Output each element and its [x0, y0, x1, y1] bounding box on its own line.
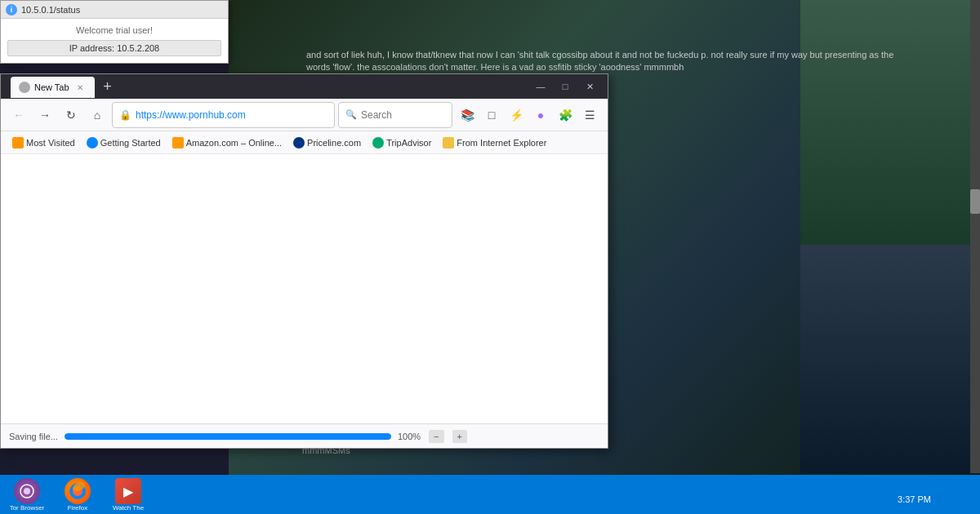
search-bar[interactable]: 🔍: [338, 102, 452, 128]
menu-button[interactable]: ☰: [578, 104, 601, 126]
bg-panel-bottom-right: [800, 245, 980, 473]
bookmark-icon-getting-started: [87, 137, 98, 148]
download-bar: Saving file... 100% − +: [1, 423, 608, 448]
bookmark-label: Priceline.com: [307, 138, 361, 148]
ip-value: 10.5.2.208: [117, 43, 159, 53]
bookmark-label: From Internet Explorer: [457, 138, 546, 148]
clock: 3:37 PM: [898, 494, 931, 504]
firefox-svg: [65, 478, 91, 504]
status-titlebar: i 10.5.0.1/status: [1, 1, 228, 19]
bookmark-icon-most-visited: [12, 137, 24, 148]
firefox-titlebar: New Tab ✕ + — □ ✕: [1, 74, 608, 99]
zoom-minus-button[interactable]: −: [429, 430, 443, 443]
bookmark-label: Most Visited: [26, 138, 75, 148]
library-button[interactable]: 📚: [456, 104, 479, 126]
firefox-tab-area: New Tab ✕ +: [7, 75, 526, 98]
status-window: i 10.5.0.1/status Welcome trial user! IP…: [0, 0, 229, 64]
taskbar-item-firefox[interactable]: Firefox: [54, 476, 101, 512]
ip-row: IP address: 10.5.2.208: [7, 40, 221, 56]
right-scrollbar[interactable]: [970, 0, 980, 473]
tab-favicon: [19, 82, 30, 93]
tor-browser-label: Tor Browser: [10, 505, 45, 511]
firefox-icon-shape: [65, 478, 91, 504]
toolbar-actions: 📚 □ ⚡ ● 🧩 ☰: [456, 104, 601, 126]
minimize-button[interactable]: —: [529, 78, 552, 95]
titlebar-controls: — □ ✕: [529, 78, 601, 95]
bookmark-label: TripAdvisor: [386, 138, 431, 148]
bookmark-priceline[interactable]: Priceline.com: [288, 135, 366, 150]
firefox-taskbar-icon: [65, 478, 91, 504]
home-button[interactable]: ⌂: [86, 104, 109, 126]
download-label: Saving file...: [9, 432, 58, 441]
bookmark-icon-priceline: [293, 137, 305, 148]
time-display: 3:37 PM: [898, 494, 931, 504]
download-bar-fill: [65, 433, 391, 440]
container-button[interactable]: □: [480, 104, 503, 126]
search-icon: 🔍: [345, 109, 357, 120]
status-content: Welcome trial user! IP address: 10.5.2.2…: [1, 19, 228, 63]
tor-icon-shape: [14, 478, 40, 504]
watch-icon-shape: ▶: [115, 478, 141, 504]
download-bar-track: [65, 433, 391, 440]
bookmark-icon-amazon: [172, 137, 184, 148]
info-icon: i: [6, 4, 17, 16]
zoom-plus-button[interactable]: +: [452, 430, 467, 443]
search-input[interactable]: [361, 109, 426, 121]
bookmark-from-ie[interactable]: From Internet Explorer: [438, 135, 551, 150]
firefox-tab-newtab[interactable]: New Tab ✕: [11, 77, 95, 98]
tor-svg: [19, 483, 35, 499]
watch-icon: ▶: [115, 478, 141, 504]
firefox-toolbar: ← → ↻ ⌂ 🔒 🔍 📚 □ ⚡ ● 🧩 ☰: [1, 99, 608, 131]
blog-paragraph: and sort of liek huh, I know that/tknew …: [306, 50, 893, 72]
scrollbar-thumb[interactable]: [970, 189, 980, 214]
firefox-content: [1, 154, 608, 423]
bookmark-getting-started[interactable]: Getting Started: [82, 135, 166, 150]
watch-taskbar-label: Watch The Red Pill 20...: [106, 505, 150, 511]
bookmark-icon-tripadvisor: [372, 137, 384, 148]
reload-button[interactable]: ↻: [60, 104, 82, 126]
bookmark-amazon[interactable]: Amazon.com – Online...: [167, 135, 287, 150]
download-percent: 100%: [398, 432, 421, 441]
sync-button[interactable]: ⚡: [505, 104, 528, 126]
status-window-title: 10.5.0.1/status: [21, 5, 80, 15]
bookmark-icon-from-ie: [443, 137, 454, 148]
tab-close-button[interactable]: ✕: [74, 81, 87, 94]
taskbar-item-tor[interactable]: Tor Browser: [3, 476, 51, 512]
tor-browser-icon: [14, 478, 40, 504]
url-input[interactable]: [136, 109, 327, 121]
bookmark-tripadvisor[interactable]: TripAdvisor: [368, 135, 436, 150]
url-lock-icon: 🔒: [119, 109, 131, 121]
taskbar-item-watch[interactable]: ▶ Watch The Red Pill 20...: [105, 476, 152, 512]
tab-label: New Tab: [34, 82, 69, 92]
download-progress: [65, 433, 391, 440]
close-button[interactable]: ✕: [578, 78, 601, 95]
forward-button[interactable]: →: [33, 104, 56, 126]
ip-label: IP address:: [69, 43, 114, 53]
welcome-text: Welcome trial user!: [7, 25, 221, 35]
bookmark-most-visited[interactable]: Most Visited: [7, 135, 80, 150]
bookmark-label: Amazon.com – Online...: [186, 138, 282, 148]
scrollbar-track: [970, 0, 980, 473]
firefox-taskbar-label: Firefox: [68, 505, 87, 511]
new-tab-button[interactable]: +: [96, 75, 119, 98]
taskbar: Tor Browser Firefox ▶ Watch The Red Pill…: [0, 475, 980, 514]
bookmark-label: Getting Started: [100, 138, 161, 148]
back-button[interactable]: ←: [7, 104, 30, 126]
svg-point-1: [24, 488, 30, 494]
bookmarks-bar: Most Visited Getting Started Amazon.com …: [1, 131, 608, 154]
privacy-button[interactable]: ●: [529, 104, 552, 126]
firefox-window: New Tab ✕ + — □ ✕ ← → ↻ ⌂ 🔒 🔍 📚 □ ⚡ ●: [0, 73, 608, 449]
bg-panel-top-right: [800, 0, 980, 245]
url-bar[interactable]: 🔒: [112, 102, 335, 128]
maximize-button[interactable]: □: [554, 78, 577, 95]
extensions-button[interactable]: 🧩: [554, 104, 577, 126]
